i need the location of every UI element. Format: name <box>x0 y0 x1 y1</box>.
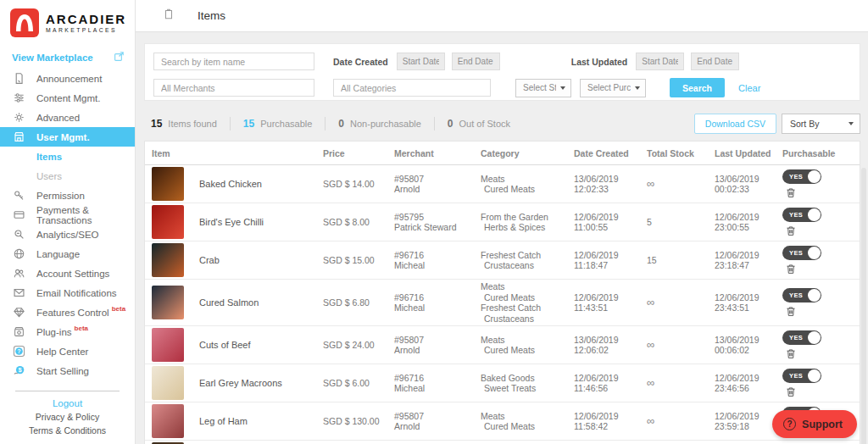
item-thumbnail[interactable] <box>152 205 184 239</box>
price-cell: SGD $ 6.00 <box>316 378 387 389</box>
sidebar-item-plug-ins[interactable]: Plug-insbeta <box>0 322 135 341</box>
merchants-input[interactable] <box>153 79 314 97</box>
sort-by-select[interactable]: Sort By <box>782 114 860 134</box>
item-name: Leg of Ham <box>199 416 248 427</box>
category-cell: MeatsCured Meats <box>474 335 567 356</box>
dollar-circle-icon: $ <box>12 364 26 378</box>
toggle-knob <box>808 208 821 221</box>
last-updated-end-input[interactable] <box>691 53 739 70</box>
stats-row: 15Items found15Purchasable0Non-purchasab… <box>151 113 860 135</box>
vertical-scrollbar[interactable] <box>861 168 866 444</box>
column-header-purchasable: Purchasable <box>776 148 860 158</box>
stat-out-of-stock: 0Out of Stock <box>448 118 510 130</box>
key-icon <box>12 189 26 203</box>
delete-item-icon[interactable] <box>785 225 797 237</box>
delete-item-icon[interactable] <box>785 186 797 199</box>
table-row: CrabSGD $ 15.00#96716MichealFreshest Cat… <box>145 241 860 280</box>
logout-link[interactable]: Logout <box>0 398 135 408</box>
category-cell: MeatsCured Meats <box>474 411 567 432</box>
delete-item-icon[interactable] <box>785 386 797 398</box>
item-cell: Bird's Eye Chilli <box>145 205 316 239</box>
sidebar-item-user-mgmt[interactable]: User Mgmt. <box>0 127 135 147</box>
sort-by-value: Sort By <box>790 119 819 129</box>
sidebar-item-advanced[interactable]: Advanced <box>0 108 135 127</box>
help-circle-icon: ? <box>12 345 26 358</box>
delete-item-icon[interactable] <box>785 305 797 318</box>
sidebar-item-analytics-seo[interactable]: Analytics/SEO <box>0 225 135 244</box>
sidebar-item-users[interactable]: Users <box>0 166 135 186</box>
sidebar-nav: AnnouncementContent Mgmt.AdvancedUser Mg… <box>0 69 135 380</box>
table-row: Cured SalmonSGD $ 6.80#96716MichealMeats… <box>145 280 860 326</box>
main-area: Items Date Created Last Updated Select S… <box>136 0 868 444</box>
question-mark-icon: ? <box>783 418 796 430</box>
date-created-cell: 12/06/201911:58:42 <box>567 411 640 432</box>
plugin-box-icon <box>12 325 26 339</box>
date-created-cell: 12/06/201911:43:51 <box>567 292 640 314</box>
purchasable-select[interactable]: Select Purchas <box>580 79 646 97</box>
page-title: Items <box>198 9 225 22</box>
price-cell: SGD $ 6.80 <box>316 297 387 308</box>
purchasable-toggle[interactable]: YES <box>782 208 821 222</box>
external-link-icon <box>114 51 125 64</box>
purchasable-cell: YES <box>776 369 860 398</box>
item-thumbnail[interactable] <box>152 366 184 400</box>
view-marketplace-link[interactable]: View Marketplace <box>0 44 135 69</box>
delete-item-icon[interactable] <box>785 347 797 360</box>
date-created-end-input[interactable] <box>452 53 500 70</box>
categories-input[interactable] <box>333 79 491 97</box>
item-thumbnail[interactable] <box>152 243 184 277</box>
purchasable-toggle[interactable]: YES <box>782 369 821 383</box>
toggle-label: YES <box>789 174 803 180</box>
infinity-symbol: ∞ <box>647 338 654 351</box>
item-thumbnail[interactable] <box>152 404 184 438</box>
search-button[interactable]: Search <box>670 78 725 97</box>
sidebar-item-permission[interactable]: Permission <box>0 186 135 205</box>
announcement-icon <box>12 72 26 86</box>
last-updated-cell: 12/06/201923:18:47 <box>708 250 776 271</box>
purchasable-cell: YES <box>776 330 860 360</box>
purchasable-toggle[interactable]: YES <box>782 169 821 184</box>
item-thumbnail[interactable] <box>152 167 184 201</box>
purchasable-toggle[interactable]: YES <box>782 288 821 302</box>
delete-item-icon[interactable] <box>785 263 797 275</box>
date-created-start-input[interactable] <box>397 53 445 70</box>
date-created-label: Date Created <box>333 57 388 67</box>
footer-divider <box>15 391 120 391</box>
stock-select[interactable]: Select Stock <box>515 79 571 97</box>
search-input[interactable] <box>153 53 314 70</box>
item-cell: Baked Chicken <box>145 167 316 201</box>
privacy-policy-link[interactable]: Privacy & Policy <box>0 412 135 422</box>
toggle-knob <box>808 170 821 183</box>
chevron-down-icon <box>849 122 854 125</box>
sidebar-item-account-settings[interactable]: Account Settings <box>0 264 135 283</box>
sidebar-item-start-selling[interactable]: $Start Selling <box>0 361 135 380</box>
sidebar-item-help-center[interactable]: ?Help Center <box>0 341 135 361</box>
sidebar-item-language[interactable]: Language <box>0 244 135 264</box>
people-icon <box>12 267 26 280</box>
last-updated-start-input[interactable] <box>636 53 684 70</box>
terms-conditions-link[interactable]: Terms & Conditions <box>0 425 135 436</box>
item-thumbnail[interactable] <box>152 328 184 362</box>
table-row: Bird's Eye ChilliSGD $ 8.00#95795Patrick… <box>145 203 860 241</box>
download-csv-button[interactable]: Download CSV <box>694 114 776 134</box>
sidebar-item-label: Help Center <box>36 347 88 357</box>
support-button[interactable]: ? Support <box>772 410 857 438</box>
total-stock-cell: ∞ <box>640 378 708 389</box>
purchasable-toggle[interactable]: YES <box>782 246 821 260</box>
item-thumbnail[interactable] <box>152 286 184 319</box>
sidebar-item-features-control[interactable]: Features Controlbeta <box>0 302 135 322</box>
sidebar-item-content-mgmt[interactable]: Content Mgmt. <box>0 88 135 108</box>
clear-button[interactable]: Clear <box>738 83 760 93</box>
stat-value: 0 <box>338 118 344 130</box>
date-created-cell: 12/06/201911:46:56 <box>567 373 640 394</box>
brand-name: ARCADIER <box>46 13 126 26</box>
sidebar-item-payments-transactions[interactable]: Payments & Transactions <box>0 205 135 225</box>
stat-divider <box>230 117 231 130</box>
purchasable-toggle[interactable]: YES <box>782 330 821 345</box>
column-header-category: Category <box>474 148 567 158</box>
stock-select-value: Select Stock <box>523 83 556 92</box>
toggle-knob <box>808 369 821 382</box>
sidebar-item-announcement[interactable]: Announcement <box>0 69 135 88</box>
sidebar-item-email-notifications[interactable]: Email Notifications <box>0 283 135 302</box>
sidebar-item-items[interactable]: Items <box>0 147 135 166</box>
